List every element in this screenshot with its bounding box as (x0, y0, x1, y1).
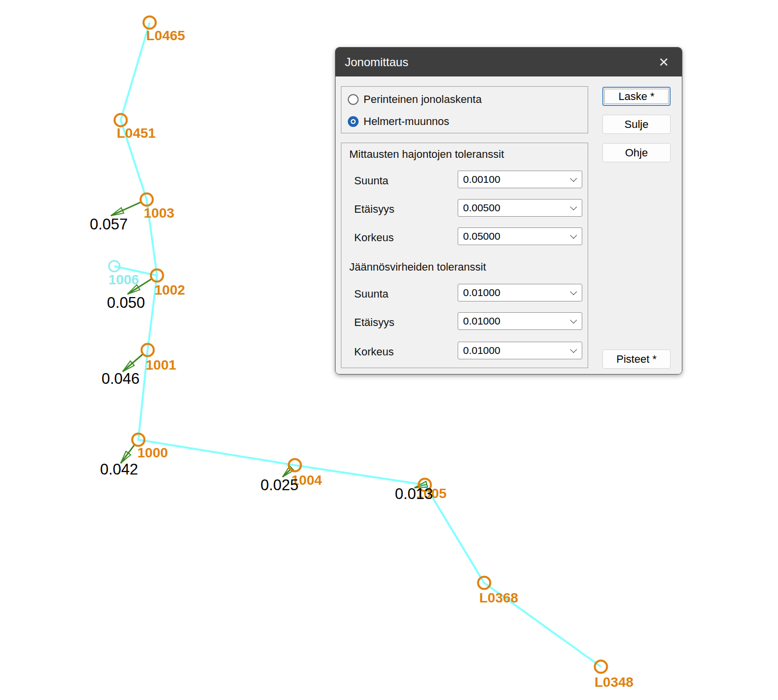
label-etaisyys-2: Etäisyys (354, 316, 394, 329)
tolerances-group: Mittausten hajontojen toleranssit Suunta… (341, 143, 588, 368)
combo-suunta-1[interactable]: 0.00100 (458, 171, 582, 188)
chevron-down-icon[interactable] (570, 346, 577, 353)
point-label-L0348: L0348 (595, 675, 633, 690)
combo-etaisyys-2[interactable]: 0.01000 (458, 312, 582, 330)
label-suunta-1: Suunta (354, 175, 389, 187)
combo-korkeus-1[interactable]: 0.05000 (458, 227, 582, 245)
chevron-down-icon[interactable] (570, 288, 577, 295)
combo-etaisyys-1-value: 0.00500 (463, 202, 500, 214)
section-heading-hajonnat: Mittausten hajontojen toleranssit (349, 148, 504, 161)
dialog-titlebar[interactable]: Jonomittaus ✕ (336, 48, 682, 76)
dialog-title: Jonomittaus (345, 55, 408, 69)
point-label-L0368: L0368 (479, 590, 518, 605)
residual-value-1001: 0.046 (102, 370, 140, 387)
point-label-1000: 1000 (137, 445, 168, 460)
label-etaisyys-1: Etäisyys (354, 203, 394, 216)
residual-value-1004: 0.025 (260, 476, 299, 494)
pisteet-button[interactable]: Pisteet * (602, 350, 671, 369)
point-label-L0465: L0465 (146, 28, 185, 43)
sulje-button[interactable]: Sulje (602, 115, 671, 134)
combo-suunta-2[interactable]: 0.01000 (458, 284, 582, 301)
calculation-mode-group: Perinteinen jonolaskenta Helmert-muunnos (341, 86, 588, 133)
combo-korkeus-2-value: 0.01000 (463, 345, 500, 356)
radio-helmert-label: Helmert-muunnos (363, 115, 449, 128)
radio-perinteinen[interactable]: Perinteinen jonolaskenta (348, 93, 482, 106)
chevron-down-icon[interactable] (570, 317, 577, 324)
residual-value-1005: 0.013 (395, 485, 433, 502)
jonomittaus-dialog: Jonomittaus ✕ Perinteinen jonolaskenta H… (335, 47, 682, 375)
close-icon[interactable]: ✕ (658, 56, 669, 69)
point-label-1001: 1001 (146, 357, 176, 373)
residual-arrow-1004 (283, 470, 290, 477)
point-label-1006: 1006 (108, 272, 139, 287)
combo-suunta-1-value: 0.00100 (463, 174, 500, 185)
residual-value-1003: 0.057 (90, 216, 128, 233)
chevron-down-icon[interactable] (570, 175, 577, 182)
radio-helmert[interactable]: Helmert-muunnos (348, 115, 449, 128)
point-label-1003: 1003 (144, 205, 174, 221)
residual-value-1002: 0.050 (107, 294, 145, 311)
combo-korkeus-1-value: 0.05000 (463, 230, 500, 242)
residual-arrow-1003 (111, 202, 141, 216)
residual-value-1000: 0.042 (100, 461, 138, 478)
label-korkeus-2: Korkeus (354, 346, 394, 358)
radio-perinteinen-label: Perinteinen jonolaskenta (363, 93, 482, 106)
dialog-body: Perinteinen jonolaskenta Helmert-muunnos… (336, 76, 682, 374)
residual-arrow-1001 (123, 354, 143, 372)
chevron-down-icon[interactable] (570, 203, 577, 210)
point-label-L0451: L0451 (117, 125, 156, 141)
radio-selected-icon[interactable] (348, 116, 359, 127)
combo-korkeus-2[interactable]: 0.01000 (458, 342, 582, 359)
point-label-1002: 1002 (155, 282, 185, 298)
combo-suunta-2-value: 0.01000 (463, 287, 500, 299)
combo-etaisyys-1[interactable]: 0.00500 (458, 199, 582, 217)
ohje-button[interactable]: Ohje (602, 143, 671, 162)
laske-button[interactable]: Laske * (602, 87, 671, 106)
section-heading-jaannosvirheet: Jäännösvirheiden toleranssit (349, 261, 486, 274)
application-canvas[interactable]: 1006L0465L0451100310021001100010041005L0… (0, 0, 778, 700)
radio-unselected-icon[interactable] (348, 94, 359, 105)
chevron-down-icon[interactable] (570, 232, 577, 239)
label-korkeus-1: Korkeus (354, 231, 394, 244)
combo-etaisyys-2-value: 0.01000 (463, 315, 500, 327)
label-suunta-2: Suunta (354, 288, 389, 300)
